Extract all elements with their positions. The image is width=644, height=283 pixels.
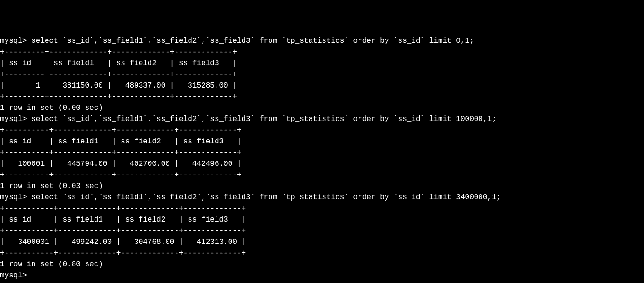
mysql-prompt-active[interactable]: mysql> <box>0 270 644 281</box>
table-header-2: | ss_id | ss_field1 | ss_field2 | ss_fie… <box>0 214 644 225</box>
table-border-mid-0: +---------+-------------+-------------+-… <box>0 69 644 80</box>
result-summary-2: 1 row in set (0.80 sec) <box>0 259 644 270</box>
table-border-mid-2: +-----------+-------------+-------------… <box>0 225 644 236</box>
table-border-mid-1: +----------+-------------+-------------+… <box>0 147 644 158</box>
query-command-1: mysql> select `ss_id`,`ss_field1`,`ss_fi… <box>0 114 644 125</box>
table-border-bottom-1: +----------+-------------+-------------+… <box>0 169 644 181</box>
table-header-0: | ss_id | ss_field1 | ss_field2 | ss_fie… <box>0 58 644 69</box>
table-border-top-2: +-----------+-------------+-------------… <box>0 203 644 214</box>
table-border-bottom-2: +-----------+-------------+-------------… <box>0 248 644 259</box>
result-summary-1: 1 row in set (0.03 sec) <box>0 181 644 192</box>
table-header-1: | ss_id | ss_field1 | ss_field2 | ss_fie… <box>0 136 644 147</box>
mysql-terminal[interactable]: mysql> select `ss_id`,`ss_field1`,`ss_fi… <box>0 35 644 281</box>
table-row-1-0: | 100001 | 445794.00 | 402700.00 | 44249… <box>0 158 644 169</box>
query-command-2: mysql> select `ss_id`,`ss_field1`,`ss_fi… <box>0 192 644 203</box>
table-border-top-0: +---------+-------------+-------------+-… <box>0 47 644 58</box>
result-summary-0: 1 row in set (0.00 sec) <box>0 102 644 114</box>
table-row-2-0: | 3400001 | 499242.00 | 304768.00 | 4123… <box>0 236 644 248</box>
table-border-bottom-0: +---------+-------------+-------------+-… <box>0 91 644 102</box>
table-row-0-0: | 1 | 381150.00 | 489337.00 | 315285.00 … <box>0 80 644 91</box>
query-command-0: mysql> select `ss_id`,`ss_field1`,`ss_fi… <box>0 35 644 47</box>
table-border-top-1: +----------+-------------+-------------+… <box>0 125 644 136</box>
